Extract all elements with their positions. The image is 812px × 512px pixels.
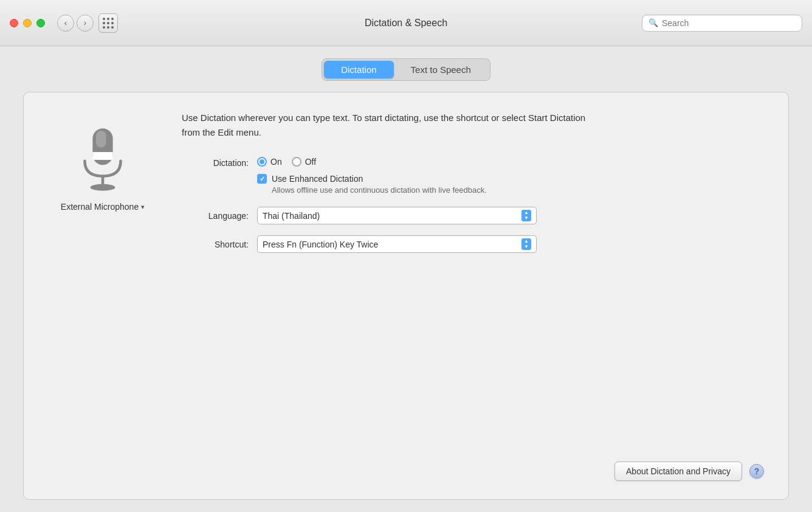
mic-label-dropdown[interactable]: External Microphone ▾ xyxy=(61,202,145,212)
enhanced-row: ✓ Use Enhanced Dictation xyxy=(257,174,487,184)
shortcut-select-arrows: ▲ ▼ xyxy=(521,238,531,250)
settings-panel: External Microphone ▾ Use Dictation wher… xyxy=(23,92,789,500)
titlebar: ‹ › Dictation & Speech 🔍 xyxy=(0,0,812,46)
radio-on-dot xyxy=(260,159,264,164)
check-icon: ✓ xyxy=(260,175,265,183)
minimize-button[interactable] xyxy=(23,19,32,27)
main-content: Dictation Text to Speech xyxy=(0,46,812,512)
enhanced-checkbox-wrap[interactable]: ✓ Use Enhanced Dictation xyxy=(257,174,363,184)
svg-rect-1 xyxy=(96,131,106,148)
microphone-icon xyxy=(72,123,133,196)
shortcut-arrow-up-icon: ▲ xyxy=(524,239,529,244)
window-title: Dictation & Speech xyxy=(365,18,447,29)
shortcut-field-label: Shortcut: xyxy=(182,240,249,249)
tab-text-to-speech[interactable]: Text to Speech xyxy=(394,61,488,78)
language-row: Language: Thai (Thailand) ▲ ▼ xyxy=(182,207,764,224)
shortcut-row: Shortcut: Press Fn (Function) Key Twice … xyxy=(182,235,764,253)
radio-group: On Off xyxy=(257,157,487,167)
language-value: Thai (Thailand) xyxy=(263,211,320,221)
radio-off[interactable]: Off xyxy=(292,157,316,167)
language-field-label: Language: xyxy=(182,211,249,221)
enhanced-checkbox[interactable]: ✓ xyxy=(257,174,267,184)
enhanced-label: Use Enhanced Dictation xyxy=(272,174,363,184)
search-icon: 🔍 xyxy=(649,18,658,27)
dictation-field-label: Dictation: xyxy=(182,157,249,168)
help-button[interactable]: ? xyxy=(749,464,764,479)
radio-on-label: On xyxy=(270,157,282,167)
shortcut-value: Press Fn (Function) Key Twice xyxy=(263,240,378,249)
panel-inner: External Microphone ▾ Use Dictation wher… xyxy=(48,111,764,481)
mic-label-text: External Microphone xyxy=(61,202,139,212)
maximize-button[interactable] xyxy=(36,19,45,27)
close-button[interactable] xyxy=(10,19,18,27)
back-button[interactable]: ‹ xyxy=(57,15,74,32)
language-select-arrows: ▲ ▼ xyxy=(521,210,531,221)
enhanced-description: Allows offline use and continuous dictat… xyxy=(272,185,487,195)
radio-off-circle[interactable] xyxy=(292,157,301,167)
arrow-up-icon: ▲ xyxy=(524,210,529,215)
search-input[interactable] xyxy=(662,18,796,28)
settings-section: Use Dictation wherever you can type text… xyxy=(182,111,764,264)
shortcut-arrow-down-icon: ▼ xyxy=(524,244,529,249)
window-controls xyxy=(10,19,45,27)
forward-button[interactable]: › xyxy=(77,15,94,32)
bottom-section: About Dictation and Privacy ? xyxy=(48,449,764,481)
dictation-row: Dictation: On xyxy=(182,157,764,195)
tab-bar: Dictation Text to Speech xyxy=(322,58,490,81)
svg-point-4 xyxy=(91,184,115,191)
chevron-down-icon: ▾ xyxy=(141,203,145,211)
language-select[interactable]: Thai (Thailand) ▲ ▼ xyxy=(257,207,537,224)
search-box[interactable]: 🔍 xyxy=(642,15,802,32)
radio-on[interactable]: On xyxy=(257,157,282,167)
radio-off-label: Off xyxy=(305,157,316,167)
grid-icon xyxy=(103,18,114,29)
description-text: Use Dictation wherever you can type text… xyxy=(182,111,595,140)
radio-on-circle[interactable] xyxy=(257,157,267,167)
nav-buttons: ‹ › xyxy=(57,15,94,32)
grid-view-button[interactable] xyxy=(98,13,118,33)
about-button[interactable]: About Dictation and Privacy xyxy=(614,462,742,481)
shortcut-select[interactable]: Press Fn (Function) Key Twice ▲ ▼ xyxy=(257,235,537,253)
svg-rect-2 xyxy=(92,152,112,160)
dictation-controls: On Off ✓ xyxy=(257,157,487,195)
mic-section: External Microphone ▾ xyxy=(48,111,157,212)
tab-dictation[interactable]: Dictation xyxy=(324,61,393,78)
arrow-down-icon: ▼ xyxy=(524,216,529,221)
top-section: External Microphone ▾ Use Dictation wher… xyxy=(48,111,764,264)
